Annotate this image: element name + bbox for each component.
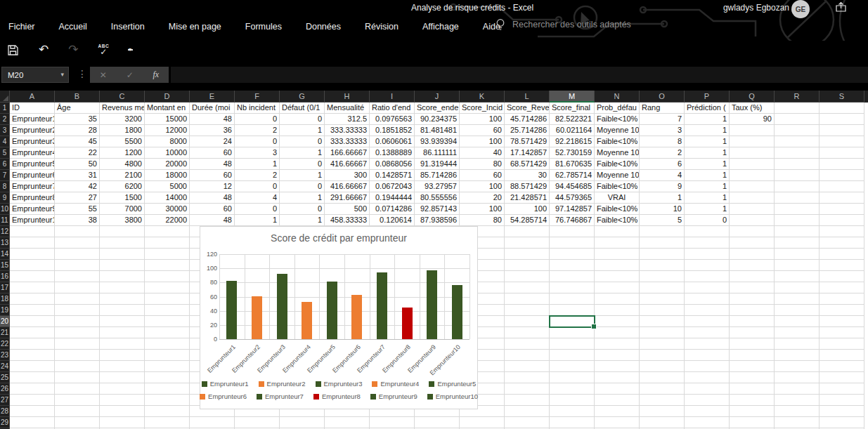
cell-K7[interactable]: 60: [460, 170, 505, 181]
cell-L16[interactable]: [505, 271, 550, 282]
cell-R3[interactable]: [775, 125, 820, 136]
cell-C14[interactable]: [100, 249, 145, 260]
column-header-C[interactable]: C: [100, 91, 145, 103]
cell-C5[interactable]: 1200: [100, 147, 145, 159]
column-header-I[interactable]: I: [370, 91, 415, 103]
cell-L9[interactable]: 21.428571: [505, 192, 550, 204]
cell-L19[interactable]: [505, 305, 550, 316]
cell-M26[interactable]: [550, 383, 595, 395]
bar-Emprunteur5[interactable]: [327, 282, 337, 339]
column-header-K[interactable]: K: [460, 91, 505, 103]
column-header-M[interactable]: M: [550, 91, 595, 103]
cell-I29[interactable]: [370, 417, 415, 428]
cell-M18[interactable]: [550, 293, 595, 305]
cell-Q1[interactable]: Taux (%): [730, 103, 775, 114]
cell-A26[interactable]: [10, 383, 55, 395]
cell-A24[interactable]: [10, 361, 55, 372]
cell-E6[interactable]: 48: [190, 159, 235, 170]
cell-F5[interactable]: 3: [235, 147, 280, 159]
cell-K3[interactable]: 60: [460, 125, 505, 136]
share-icon[interactable]: [835, 1, 847, 13]
cell-S14[interactable]: [820, 249, 864, 260]
name-box[interactable]: M20 ▾: [1, 67, 69, 83]
cell-H8[interactable]: 416.66667: [325, 181, 370, 192]
cell-B3[interactable]: 28: [55, 125, 100, 136]
cell-M8[interactable]: 94.454685: [550, 181, 595, 192]
cell-E11[interactable]: 48: [190, 215, 235, 226]
cell-L18[interactable]: [505, 293, 550, 305]
tab-révision[interactable]: Révision: [365, 22, 399, 32]
cell-D14[interactable]: [145, 249, 190, 260]
cell-N11[interactable]: Faible<10%: [595, 215, 640, 226]
bar-Emprunteur7[interactable]: [377, 272, 387, 339]
cell-D6[interactable]: 20000: [145, 159, 190, 170]
cell-O21[interactable]: [640, 327, 685, 338]
cell-Q12[interactable]: [730, 226, 775, 237]
cell-S16[interactable]: [820, 271, 864, 282]
cell-L10[interactable]: 100: [505, 204, 550, 215]
cell-M13[interactable]: [550, 237, 595, 249]
cell-B14[interactable]: [55, 249, 100, 260]
cell-E3[interactable]: 36: [190, 125, 235, 136]
cell-E9[interactable]: 48: [190, 192, 235, 204]
cell-B8[interactable]: 42: [55, 181, 100, 192]
cell-D13[interactable]: [145, 237, 190, 249]
cell-L8[interactable]: 88.571429: [505, 181, 550, 192]
cell-D26[interactable]: [145, 383, 190, 395]
row-header-12[interactable]: 12: [0, 226, 10, 237]
cell-D15[interactable]: [145, 260, 190, 271]
cell-L1[interactable]: Score_Reve: [505, 103, 550, 114]
row-header-7[interactable]: 7: [0, 170, 10, 181]
cell-I11[interactable]: 0.120614: [370, 215, 415, 226]
cell-D11[interactable]: 22000: [145, 215, 190, 226]
cell-H1[interactable]: Mensualité: [325, 103, 370, 114]
cell-S7[interactable]: [820, 170, 864, 181]
cell-O24[interactable]: [640, 361, 685, 372]
cell-H4[interactable]: 333.33333: [325, 136, 370, 147]
legend-entry-Emprunteur4[interactable]: Emprunteur4: [372, 380, 419, 388]
cell-C20[interactable]: [100, 316, 145, 327]
cell-C13[interactable]: [100, 237, 145, 249]
cell-P15[interactable]: [685, 260, 730, 271]
cell-S11[interactable]: [820, 215, 864, 226]
cell-L11[interactable]: 54.285714: [505, 215, 550, 226]
cell-J9[interactable]: 80.555556: [415, 192, 460, 204]
cell-Q13[interactable]: [730, 237, 775, 249]
cell-O19[interactable]: [640, 305, 685, 316]
cell-B1[interactable]: Âge: [55, 103, 100, 114]
cell-A2[interactable]: Emprunteur1: [10, 114, 55, 125]
cell-Q23[interactable]: [730, 350, 775, 361]
cell-J2[interactable]: 90.234375: [415, 114, 460, 125]
cell-P27[interactable]: [685, 395, 730, 406]
cell-B6[interactable]: 50: [55, 159, 100, 170]
cell-P28[interactable]: [685, 406, 730, 417]
redo-button[interactable]: ↷: [68, 45, 78, 55]
cell-A9[interactable]: Emprunteur8: [10, 192, 55, 204]
cell-O13[interactable]: [640, 237, 685, 249]
cell-D22[interactable]: [145, 338, 190, 350]
cell-O29[interactable]: [640, 417, 685, 428]
cell-I1[interactable]: Ratio d'end: [370, 103, 415, 114]
cell-G3[interactable]: 1: [280, 125, 325, 136]
cell-Q4[interactable]: [730, 136, 775, 147]
cell-S20[interactable]: [820, 316, 864, 327]
cell-R29[interactable]: [775, 417, 820, 428]
cell-B11[interactable]: 38: [55, 215, 100, 226]
cell-L7[interactable]: 30: [505, 170, 550, 181]
bar-Emprunteur2[interactable]: [252, 296, 262, 339]
cell-L29[interactable]: [505, 417, 550, 428]
cell-L5[interactable]: 17.142857: [505, 147, 550, 159]
cell-D2[interactable]: 15000: [145, 114, 190, 125]
cell-F6[interactable]: 1: [235, 159, 280, 170]
cell-R8[interactable]: [775, 181, 820, 192]
cell-J11[interactable]: 87.938596: [415, 215, 460, 226]
cell-S25[interactable]: [820, 372, 864, 383]
cell-A12[interactable]: [10, 226, 55, 237]
cell-A22[interactable]: [10, 338, 55, 350]
cell-N23[interactable]: [595, 350, 640, 361]
cell-Q8[interactable]: [730, 181, 775, 192]
cell-N14[interactable]: [595, 249, 640, 260]
cell-M28[interactable]: [550, 406, 595, 417]
cell-R5[interactable]: [775, 147, 820, 159]
cell-A1[interactable]: ID: [10, 103, 55, 114]
